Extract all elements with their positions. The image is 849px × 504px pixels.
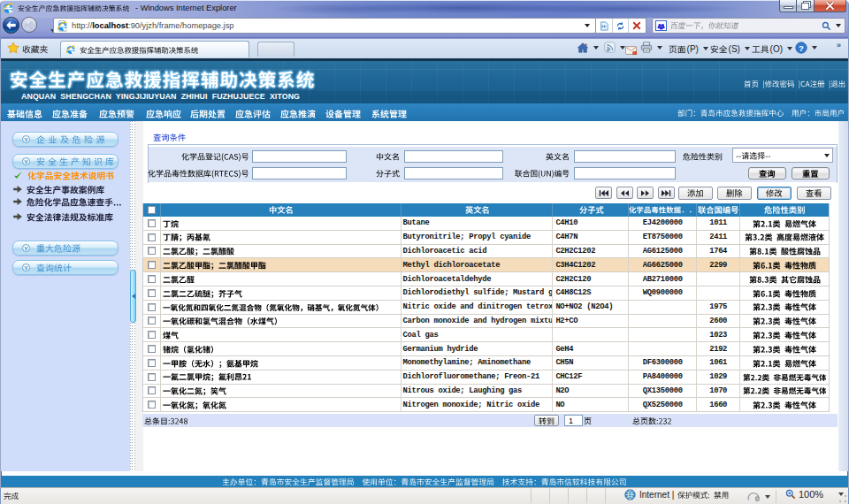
svg-text:?: ?	[799, 43, 804, 53]
